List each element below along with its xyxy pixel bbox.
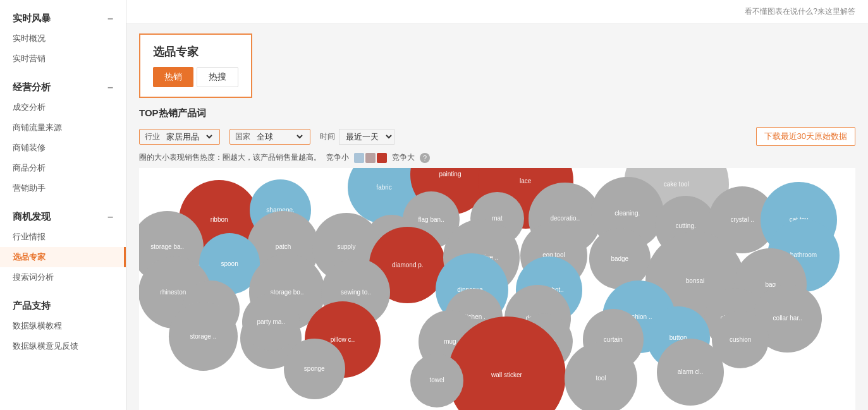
bubble-sponge[interactable]: sponge	[284, 339, 345, 400]
tab-hot-search[interactable]: 热搜	[197, 67, 238, 87]
competition-high-label: 竞争大	[392, 152, 415, 163]
sidebar-item-transaction[interactable]: 成交分析	[0, 97, 126, 118]
sidebar-section-opportunity-header: 商机发现 −	[0, 205, 126, 227]
opportunity-toggle-icon[interactable]: −	[107, 212, 113, 223]
time-select[interactable]: 最近一天 最近7天 最近30天	[339, 129, 394, 145]
realtime-toggle-icon[interactable]: −	[107, 13, 113, 25]
sidebar-section-support-header: 产品支持	[0, 294, 126, 316]
sidebar-section-support-label: 产品支持	[13, 300, 51, 312]
section-title: TOP热销产品词	[139, 107, 855, 119]
download-button[interactable]: 下载最近30天原始数据	[756, 127, 855, 146]
bubble-chart: fabricpaintinglacecake toolribbonsharpen…	[139, 168, 855, 410]
country-filter: 国家 全球 美国 欧洲	[229, 129, 310, 145]
bubble-badge[interactable]: badge	[589, 228, 651, 289]
sidebar: 实时风暴 − 实时概况 实时营销 经营分析 − 成交分析 商铺流量来源 商铺装修…	[0, 0, 126, 410]
sidebar-item-decoration[interactable]: 商铺装修	[0, 138, 126, 158]
color-high	[377, 153, 387, 163]
country-label: 国家	[235, 131, 250, 142]
industry-select[interactable]: 家居用品 服装 电子	[164, 131, 214, 142]
legend-text: 圈的大小表现销售热度：圈越大，该产品销售量越高。	[139, 152, 321, 163]
competition-low-label: 竞争小	[326, 152, 349, 163]
main-content: 看不懂图表在说什么?来这里解答 选品专家 热销 热搜 TOP热销产品词 行业 家…	[126, 0, 868, 410]
content-area: 选品专家 热销 热搜 TOP热销产品词 行业 家居用品 服装 电子	[126, 24, 868, 410]
sidebar-section-business-header: 经营分析 −	[0, 75, 126, 97]
sidebar-section-business-label: 经营分析	[13, 81, 51, 93]
industry-label: 行业	[145, 131, 160, 142]
bubble-legend: 圈的大小表现销售热度：圈越大，该产品销售量越高。 竞争小 竞争大 ?	[139, 152, 855, 163]
sidebar-section-business: 经营分析 − 成交分析 商铺流量来源 商铺装修 商品分析 营销助手	[0, 75, 126, 198]
sidebar-item-industry[interactable]: 行业情报	[0, 227, 126, 247]
top-bar: 看不懂图表在说什么?来这里解答	[126, 0, 868, 24]
sidebar-item-tutorial[interactable]: 数据纵横教程	[0, 316, 126, 336]
bubble-towel[interactable]: towel	[410, 354, 464, 407]
sidebar-section-opportunity: 商机发现 − 行业情报 选品专家 搜索词分析	[0, 205, 126, 287]
sidebar-section-realtime-header: 实时风暴 −	[0, 6, 126, 28]
business-toggle-icon[interactable]: −	[107, 82, 113, 93]
sidebar-item-marketing[interactable]: 营销助手	[0, 178, 126, 198]
help-icon[interactable]: ?	[420, 153, 430, 163]
sidebar-item-realtime-marketing[interactable]: 实时营销	[0, 49, 126, 69]
time-filter-group: 时间 最近一天 最近7天 最近30天	[320, 129, 394, 145]
bubble-party-ma[interactable]: party ma..	[242, 294, 300, 351]
sidebar-item-realtime-overview[interactable]: 实时概况	[0, 28, 126, 49]
industry-filter: 行业 家居用品 服装 电子	[139, 129, 220, 145]
sidebar-section-realtime-label: 实时风暴	[13, 13, 51, 25]
sidebar-item-product[interactable]: 商品分析	[0, 158, 126, 178]
filters-row: 行业 家居用品 服装 电子 国家 全球 美国 欧洲 时间	[139, 127, 855, 146]
sidebar-item-product-expert[interactable]: 选品专家	[0, 247, 126, 267]
bubble-tool[interactable]: tool	[565, 342, 637, 410]
panel-title: 选品专家	[153, 44, 238, 59]
product-expert-panel: 选品专家 热销 热搜	[139, 33, 252, 98]
sidebar-section-opportunity-label: 商机发现	[13, 211, 51, 223]
time-label: 时间	[320, 131, 335, 142]
sidebar-item-traffic[interactable]: 商铺流量来源	[0, 118, 126, 138]
sidebar-section-realtime: 实时风暴 − 实时概况 实时营销	[0, 6, 126, 69]
color-low	[354, 153, 364, 163]
sidebar-item-search-analysis[interactable]: 搜索词分析	[0, 267, 126, 287]
tab-bar: 热销 热搜	[153, 67, 238, 87]
help-text[interactable]: 看不懂图表在说什么?来这里解答	[745, 6, 855, 17]
tab-hot-sell[interactable]: 热销	[153, 67, 193, 87]
legend-colors	[354, 153, 387, 163]
sidebar-section-support: 产品支持 数据纵横教程 数据纵横意见反馈	[0, 294, 126, 356]
sidebar-item-feedback[interactable]: 数据纵横意见反馈	[0, 336, 126, 356]
bubble-storage2[interactable]: storage ..	[169, 302, 238, 371]
color-mid	[365, 153, 376, 163]
country-select[interactable]: 全球 美国 欧洲	[254, 131, 305, 142]
bubble-alarm-cl[interactable]: alarm cl..	[657, 339, 724, 406]
